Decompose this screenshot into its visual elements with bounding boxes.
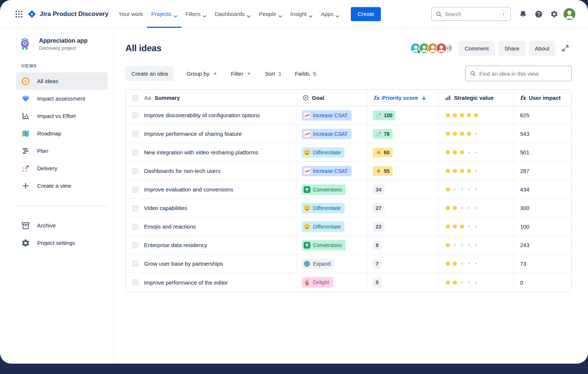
priority-score-cell[interactable]: 7 xyxy=(367,255,438,273)
nav-item-apps[interactable]: Apps xyxy=(317,0,343,28)
priority-score-cell[interactable]: 100 xyxy=(367,106,438,124)
column-header-summary[interactable]: Aa Summary xyxy=(126,90,296,106)
sidebar-item-delivery[interactable]: Delivery xyxy=(16,160,108,177)
table-row[interactable]: New integration with video resharing pla… xyxy=(126,143,571,162)
create-button[interactable]: Create xyxy=(351,7,381,21)
row-checkbox[interactable] xyxy=(132,261,138,267)
goal-cell[interactable]: Differentiate xyxy=(296,143,367,161)
strategic-value-cell[interactable] xyxy=(438,180,514,199)
idea-summary[interactable]: Dashboards for non-tech users xyxy=(144,168,220,174)
goal-cell[interactable]: Conversions xyxy=(296,236,367,254)
goal-cell[interactable]: Increase CSAT xyxy=(296,162,367,180)
idea-summary[interactable]: Enterprise data residency xyxy=(144,242,207,248)
sidebar-item-plan[interactable]: Plan xyxy=(16,142,108,160)
row-checkbox[interactable] xyxy=(132,187,138,193)
strategic-value-cell[interactable] xyxy=(438,162,514,180)
global-search[interactable]: / xyxy=(431,7,511,21)
create-idea-button[interactable]: Create an idea xyxy=(125,66,174,81)
table-row[interactable]: Improve performance of the editorDelight… xyxy=(126,273,571,292)
strategic-value-cell[interactable] xyxy=(438,236,514,254)
comment-button[interactable]: Comment xyxy=(459,41,495,56)
table-row[interactable]: Emojis and reactionsDifferentiate23100 xyxy=(126,217,571,236)
goal-cell[interactable]: Delight xyxy=(296,273,367,292)
nav-item-people[interactable]: People xyxy=(255,0,286,28)
idea-summary[interactable]: Video capabilities xyxy=(144,205,187,211)
user-impact-cell[interactable]: 434 xyxy=(514,180,571,199)
row-checkbox[interactable] xyxy=(132,131,138,137)
select-all-checkbox[interactable] xyxy=(132,95,138,101)
project-header[interactable]: Appreciation app Discovery project xyxy=(16,35,108,53)
row-checkbox[interactable] xyxy=(132,224,138,230)
idea-summary[interactable]: Improve performance of sharing feature xyxy=(144,131,242,137)
strategic-value-cell[interactable] xyxy=(438,217,514,236)
table-row[interactable]: Improve performance of sharing featureIn… xyxy=(126,125,571,143)
row-checkbox[interactable] xyxy=(132,279,138,285)
table-row[interactable]: Dashboards for non-tech usersIncrease CS… xyxy=(126,162,571,180)
sidebar-item-all-ideas[interactable]: All ideas xyxy=(16,72,108,90)
fullscreen-button[interactable] xyxy=(559,42,572,55)
priority-score-cell[interactable]: 55 xyxy=(367,162,438,180)
goal-cell[interactable]: Conversions xyxy=(296,180,367,199)
nav-item-filters[interactable]: Filters xyxy=(182,0,211,28)
goal-cell[interactable]: Differentiate xyxy=(296,199,367,217)
find-idea-input[interactable] xyxy=(479,70,567,77)
brand[interactable]: Jira Product Discovery xyxy=(27,10,108,19)
strategic-value-cell[interactable] xyxy=(438,106,514,124)
goal-cell[interactable]: Differentiate xyxy=(296,217,367,236)
row-checkbox[interactable] xyxy=(132,150,138,155)
settings-button[interactable] xyxy=(548,8,561,20)
column-header-goal[interactable]: Goal xyxy=(296,90,367,106)
nav-item-your-work[interactable]: Your work xyxy=(114,0,147,28)
row-checkbox[interactable] xyxy=(132,112,138,118)
user-impact-cell[interactable]: 287 xyxy=(514,162,571,180)
user-impact-cell[interactable]: 243 xyxy=(514,236,571,254)
user-impact-cell[interactable]: 501 xyxy=(514,143,571,161)
idea-summary[interactable]: Improve evaluation and conversions xyxy=(144,186,233,193)
column-header-priority-score[interactable]: fx Priority score xyxy=(367,90,438,106)
idea-summary[interactable]: Improve performance of the editor xyxy=(144,279,228,286)
avatar-group[interactable]: +3 xyxy=(410,43,454,54)
group-by-button[interactable]: Group by xyxy=(185,70,219,77)
idea-summary[interactable]: Grow user base by partnerships xyxy=(144,260,223,267)
app-switcher-button[interactable] xyxy=(13,8,25,20)
idea-summary[interactable]: Emojis and reactions xyxy=(144,223,196,230)
goal-cell[interactable]: Increase CSAT xyxy=(296,125,367,143)
goal-cell[interactable]: Expand xyxy=(296,255,367,273)
goal-cell[interactable]: Increase CSAT xyxy=(296,106,367,124)
strategic-value-cell[interactable] xyxy=(438,273,514,292)
sort-button[interactable]: Sort 1 xyxy=(263,70,283,77)
priority-score-cell[interactable]: 78 xyxy=(367,125,438,143)
user-impact-cell[interactable]: 100 xyxy=(514,217,571,236)
user-impact-cell[interactable]: 0 xyxy=(514,273,571,292)
strategic-value-cell[interactable] xyxy=(438,125,514,143)
nav-item-projects[interactable]: Projects xyxy=(147,0,181,28)
row-checkbox[interactable] xyxy=(132,242,138,248)
priority-score-cell[interactable]: 60 xyxy=(367,143,438,161)
table-row[interactable]: Enterprise data residencyConversions8243 xyxy=(126,236,571,255)
nav-item-insight[interactable]: Insight xyxy=(286,0,317,28)
help-button[interactable] xyxy=(532,8,545,20)
user-impact-cell[interactable]: 625 xyxy=(514,106,571,124)
table-row[interactable]: Grow user base by partnershipsExpand773 xyxy=(126,255,571,273)
priority-score-cell[interactable]: 27 xyxy=(367,199,438,217)
find-idea-search[interactable] xyxy=(465,66,572,81)
sidebar-item-roadmap[interactable]: Roadmap xyxy=(16,125,108,142)
nav-item-dashboards[interactable]: Dashboards xyxy=(210,0,255,28)
user-impact-cell[interactable]: 543 xyxy=(514,125,571,143)
strategic-value-cell[interactable] xyxy=(438,199,514,217)
sidebar-item-impact-vs-effort[interactable]: Impact vs Effort xyxy=(16,107,108,125)
column-header-user-impact[interactable]: fx User impact xyxy=(514,90,571,106)
sidebar-item-project-settings[interactable]: Project settings xyxy=(16,234,108,252)
idea-summary[interactable]: Improve discoverability of configuration… xyxy=(144,112,260,118)
sidebar-item-archive[interactable]: Archive xyxy=(16,217,108,234)
priority-score-cell[interactable]: 23 xyxy=(367,217,438,236)
global-search-input[interactable] xyxy=(445,11,497,17)
user-impact-cell[interactable]: 73 xyxy=(514,255,571,273)
row-checkbox[interactable] xyxy=(132,168,138,174)
table-row[interactable]: Improve discoverability of configuration… xyxy=(126,106,571,125)
row-checkbox[interactable] xyxy=(132,205,138,211)
filter-button[interactable]: Filter xyxy=(229,70,253,77)
notifications-button[interactable] xyxy=(517,8,529,20)
table-row[interactable]: Video capabilitiesDifferentiate27300 xyxy=(126,199,571,217)
idea-summary[interactable]: New integration with video resharing pla… xyxy=(144,149,258,155)
